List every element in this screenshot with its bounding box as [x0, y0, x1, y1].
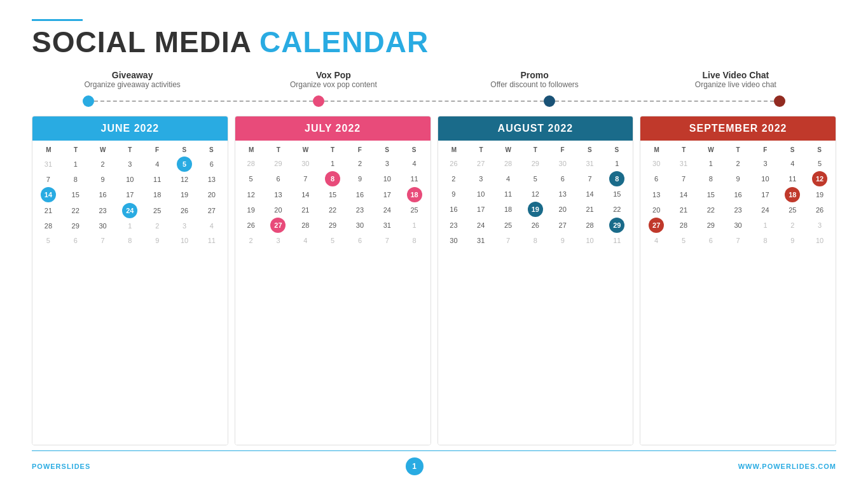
- cell: 25: [144, 203, 170, 218]
- day-w: W: [89, 144, 116, 155]
- cell: 16: [90, 187, 116, 202]
- day-f: F: [144, 144, 171, 155]
- cell: 17: [116, 187, 143, 202]
- timeline-dot-voxpop: [313, 95, 324, 107]
- page: SOCIAL MEDIA CALENDAR Giveaway Organize …: [0, 0, 868, 488]
- cell: 23: [90, 203, 116, 218]
- footer-page-num: 1: [406, 457, 424, 475]
- cell-highlight: 29: [609, 218, 624, 233]
- category-sub-promo: Offer discount to followers: [434, 80, 635, 89]
- cell: 15: [62, 187, 89, 202]
- calendar-august-header: AUGUST 2022: [438, 116, 633, 141]
- calendar-july-daynames: M T W T F S S: [238, 144, 428, 155]
- cell: 5: [35, 234, 62, 247]
- cell: 28: [35, 219, 62, 233]
- calendar-august-body: M T W T F S S 26 27 28 29 30 31 1 2: [438, 141, 633, 445]
- category-title-voxpop: Vox Pop: [233, 70, 434, 80]
- cell: 29: [62, 219, 89, 233]
- cell: 2: [144, 219, 170, 233]
- cell: 18: [144, 187, 170, 202]
- cell: 21: [35, 203, 62, 218]
- calendar-june: JUNE 2022 M T W T F S S 31 1 2 3 4 5: [32, 116, 228, 445]
- cell: 3: [116, 157, 143, 172]
- cell: 4: [198, 219, 225, 233]
- cell: 2: [90, 157, 116, 172]
- cell: 7: [35, 172, 62, 186]
- cell: 11: [198, 234, 225, 247]
- cell-highlight: 27: [270, 218, 286, 233]
- cell-highlight: 8: [609, 171, 624, 186]
- header-line: [32, 19, 83, 21]
- timeline-line-1: [94, 101, 313, 102]
- cell: 11: [144, 172, 170, 186]
- cell-highlight: 24: [122, 203, 137, 218]
- timeline-line-2: [324, 101, 543, 102]
- cell: 10: [116, 172, 143, 186]
- cell: 1: [116, 219, 143, 233]
- header: SOCIAL MEDIA CALENDAR: [32, 19, 836, 59]
- category-title-livevideo: Live Video Chat: [635, 70, 836, 80]
- title-black: SOCIAL MEDIA: [32, 25, 251, 59]
- cell-highlight: 8: [325, 171, 340, 186]
- calendar-june-body: M T W T F S S 31 1 2 3 4 5 6 7 8: [32, 141, 228, 445]
- cell-highlight: 19: [528, 202, 543, 217]
- timeline-dot-livevideo: [774, 95, 785, 107]
- page-title: SOCIAL MEDIA CALENDAR: [32, 26, 836, 59]
- cell-highlight: 12: [812, 171, 827, 186]
- calendar-july-header: JULY 2022: [235, 116, 431, 141]
- day-t: T: [62, 144, 90, 155]
- category-sub-giveaway: Organize giveaway activities: [32, 80, 233, 89]
- day-t2: T: [116, 144, 144, 155]
- title-accent: CALENDAR: [259, 25, 429, 59]
- cell: 9: [90, 172, 116, 186]
- cell-highlight: 27: [649, 218, 664, 233]
- calendar-june-grid: 31 1 2 3 4 5 6 7 8 9 10 11 12 13 14 15 1: [35, 157, 225, 247]
- category-livevideo: Live Video Chat Organize live video chat: [635, 70, 836, 89]
- calendar-july-body: M T W T F S S 28 29 30 1 2 3 4 5: [235, 141, 431, 445]
- footer-brand-accent: SLIDES: [62, 463, 91, 470]
- calendar-september: SEPTEMBER 2022 M T W T F S S 30 31 1 2 3: [640, 116, 836, 445]
- category-promo: Promo Offer discount to followers: [434, 70, 635, 89]
- day-s2: S: [198, 144, 225, 155]
- day-m: M: [35, 144, 62, 155]
- cell: 13: [198, 172, 225, 186]
- cell: 12: [171, 172, 198, 186]
- footer-brand: POWERSLIDES: [32, 463, 90, 470]
- cell: 7: [90, 234, 116, 247]
- timeline-line-3: [555, 101, 774, 102]
- category-title-promo: Promo: [434, 70, 635, 80]
- cell: 3: [171, 219, 198, 233]
- cell: 10: [171, 234, 198, 247]
- category-voxpop: Vox Pop Organize vox pop content: [233, 70, 434, 89]
- calendar-august: AUGUST 2022 M T W T F S S 26 27 28 29 30: [437, 116, 634, 445]
- cell: 20: [198, 187, 225, 202]
- timeline-dot-promo: [544, 95, 555, 107]
- footer: POWERSLIDES 1 WWW.POWERLIDES.COM: [32, 450, 836, 475]
- categories-row: Giveaway Organize giveaway activities Vo…: [32, 70, 836, 89]
- cell: 19: [171, 187, 198, 202]
- calendar-september-daynames: M T W T F S S: [643, 144, 833, 155]
- category-sub-voxpop: Organize vox pop content: [233, 80, 434, 89]
- footer-url: WWW.POWERLIDES.COM: [738, 463, 836, 470]
- cell: 31: [35, 157, 62, 172]
- calendar-august-daynames: M T W T F S S: [441, 144, 631, 155]
- timeline-dot-giveaway: [83, 95, 94, 107]
- cell-highlight: 5: [177, 157, 192, 172]
- cell: 9: [144, 234, 170, 247]
- cell: 30: [90, 219, 116, 233]
- cell: 6: [198, 157, 225, 172]
- calendar-june-daynames: M T W T F S S: [35, 144, 225, 155]
- calendar-september-grid: 30 31 1 2 3 4 5 6 7 8 9 10 11 12 13 14 1: [643, 157, 833, 247]
- calendar-september-body: M T W T F S S 30 31 1 2 3 4 5 6: [640, 141, 836, 445]
- cell-highlight: 18: [407, 187, 422, 202]
- cell-highlight: 14: [41, 187, 56, 202]
- day-s: S: [170, 144, 198, 155]
- cell: 8: [62, 172, 89, 186]
- timeline: [32, 95, 836, 107]
- category-title-giveaway: Giveaway: [32, 70, 233, 80]
- footer-brand-black: POWER: [32, 463, 62, 470]
- calendars-container: JUNE 2022 M T W T F S S 31 1 2 3 4 5: [32, 116, 836, 445]
- category-giveaway: Giveaway Organize giveaway activities: [32, 70, 233, 89]
- category-sub-livevideo: Organize live video chat: [635, 80, 836, 89]
- cell: 6: [62, 234, 89, 247]
